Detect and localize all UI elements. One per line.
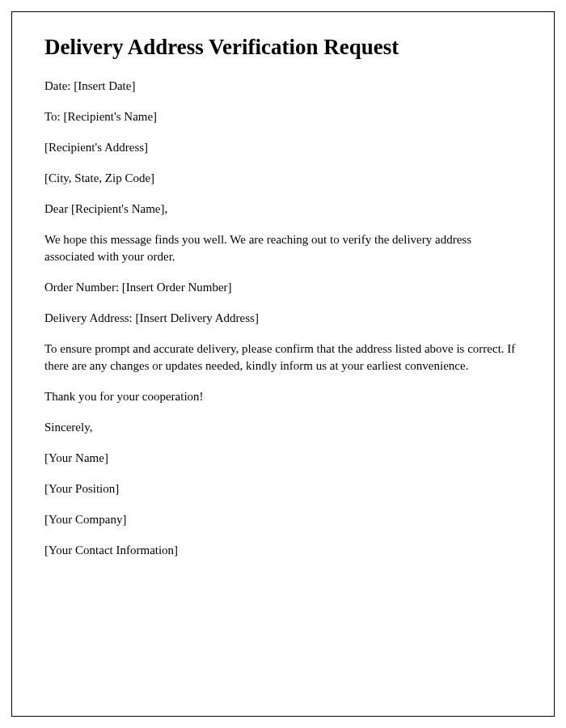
request-paragraph: To ensure prompt and accurate delivery, … xyxy=(44,341,522,375)
to-line: To: [Recipient's Name] xyxy=(44,108,522,125)
your-company-line: [Your Company] xyxy=(44,511,522,528)
your-name-line: [Your Name] xyxy=(44,450,522,467)
thanks-line: Thank you for your cooperation! xyxy=(44,388,522,405)
order-number-line: Order Number: [Insert Order Number] xyxy=(44,279,522,296)
document-title: Delivery Address Verification Request xyxy=(44,35,522,60)
date-line: Date: [Insert Date] xyxy=(44,78,522,95)
your-contact-line: [Your Contact Information] xyxy=(44,542,522,559)
your-position-line: [Your Position] xyxy=(44,480,522,497)
intro-paragraph: We hope this message finds you well. We … xyxy=(44,231,522,265)
salutation-line: Dear [Recipient's Name], xyxy=(44,201,522,218)
recipient-address-line: [Recipient's Address] xyxy=(44,139,522,156)
closing-line: Sincerely, xyxy=(44,419,522,436)
delivery-address-line: Delivery Address: [Insert Delivery Addre… xyxy=(44,310,522,327)
document-container: Delivery Address Verification Request Da… xyxy=(11,11,555,717)
city-state-zip-line: [City, State, Zip Code] xyxy=(44,170,522,187)
